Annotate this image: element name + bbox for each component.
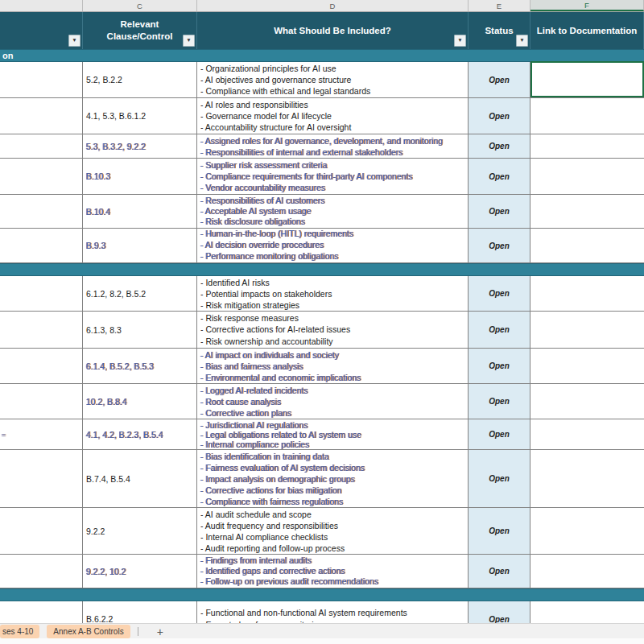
cell-item-name-clipped[interactable] — [0, 159, 83, 194]
filter-dropdown-icon[interactable]: ▼ — [183, 35, 195, 47]
cell-item-name-clipped[interactable] — [0, 508, 83, 554]
cell-what-included[interactable]: - Organizational principles for AI use- … — [197, 62, 469, 97]
cell-status[interactable]: Open — [469, 349, 530, 383]
cell-relevant-clause[interactable]: 9.2.2 — [83, 508, 197, 554]
cell-link-to-documentation[interactable] — [530, 134, 644, 158]
cell-relevant-clause[interactable]: 5.2, B.2.2 — [83, 62, 197, 97]
cell-item-name-clipped[interactable] — [0, 195, 83, 228]
status-open-value: Open — [489, 567, 510, 576]
cell-what-included[interactable]: - Risk response measures- Corrective act… — [197, 312, 469, 348]
table-row: B.10.3- Supplier risk assessment criteri… — [0, 159, 644, 195]
cell-what-included[interactable]: - AI impact on individuals and society- … — [197, 349, 469, 383]
cell-status[interactable]: Open — [469, 312, 530, 348]
cell-relevant-clause[interactable]: 6.1.4, B.5.2, B.5.3 — [83, 349, 197, 383]
cell-status[interactable]: Open — [469, 450, 530, 507]
included-item-line: - Identified gaps and corrective actions — [200, 566, 468, 576]
cell-link-to-documentation[interactable] — [530, 159, 644, 194]
filter-dropdown-icon[interactable]: ▼ — [68, 35, 80, 47]
cell-link-to-documentation[interactable] — [530, 384, 644, 419]
clause-text: 4.1, 4.2, B.2.3, B.5.4 — [86, 430, 163, 440]
cell-status[interactable]: Open — [469, 159, 530, 194]
bottom-strip — [0, 638, 644, 644]
cell-link-to-documentation[interactable] — [530, 555, 644, 588]
cell-what-included[interactable]: - Responsibilities of AI customers- Acce… — [197, 195, 469, 228]
cell-link-to-documentation[interactable] — [530, 229, 644, 262]
cell-relevant-clause[interactable]: 5.3, B.3.2, 9.2.2 — [83, 134, 197, 158]
cell-link-to-documentation[interactable] — [530, 508, 644, 554]
cell-status[interactable]: Open — [469, 276, 530, 311]
add-sheet-button[interactable]: + — [157, 626, 163, 638]
cell-relevant-clause[interactable]: 6.1.3, 8.3 — [83, 312, 197, 348]
cell-item-name-clipped[interactable] — [0, 555, 83, 588]
cell-what-included[interactable]: - AI roles and responsibilities- Governa… — [197, 98, 469, 134]
cell-item-name-clipped[interactable] — [0, 450, 83, 507]
header-link-documentation: Link to Documentation — [530, 12, 644, 49]
included-item-line: - Risk response measures — [200, 312, 468, 324]
sheet-tab-clauses[interactable]: ses 4-10 — [0, 625, 39, 638]
cell-link-to-documentation[interactable] — [530, 276, 644, 311]
column-letter-b-clipped[interactable] — [0, 0, 83, 11]
filter-dropdown-icon[interactable]: ▼ — [454, 35, 466, 47]
cell-status[interactable]: Open — [469, 508, 530, 554]
cell-status[interactable]: Open — [469, 195, 530, 228]
included-item-line: - Environmental and economic implication… — [200, 372, 468, 383]
included-item-line: - Responsibilities of AI customers — [200, 196, 468, 206]
clipped-label-fragment: = — [2, 431, 6, 439]
cell-item-name-clipped[interactable] — [0, 384, 83, 419]
column-letter-F[interactable]: F — [530, 0, 644, 11]
cell-item-name-clipped[interactable] — [0, 134, 83, 158]
cell-link-to-documentation[interactable] — [530, 98, 644, 134]
cell-item-name-clipped[interactable] — [0, 62, 83, 97]
cell-status[interactable]: Open — [469, 384, 530, 419]
clause-text: 4.1, 5.3, B.6.1.2 — [86, 111, 146, 121]
cell-item-name-clipped[interactable] — [0, 312, 83, 348]
column-letter-D[interactable]: D — [197, 0, 469, 11]
cell-what-included[interactable]: - Findings from internal audits- Identif… — [197, 555, 469, 588]
cell-relevant-clause[interactable]: 4.1, 4.2, B.2.3, B.5.4 — [83, 419, 197, 449]
cell-link-to-documentation[interactable] — [530, 312, 644, 348]
column-letter-C[interactable]: C — [83, 0, 197, 11]
filter-dropdown-icon[interactable]: ▼ — [516, 35, 528, 47]
cell-what-included[interactable]: - Jurisdictional AI regulations- Legal o… — [197, 419, 469, 449]
tab-divider — [138, 627, 138, 636]
sheet-tab-bar: ses 4-10 Annex A-B Controls + — [0, 623, 644, 639]
included-item-line: - Functional and non-functional AI syste… — [200, 607, 468, 619]
cell-item-name-clipped[interactable] — [0, 276, 83, 311]
cell-what-included[interactable]: - Logged AI-related incidents- Root caus… — [197, 384, 469, 419]
cell-relevant-clause[interactable]: B.9.3 — [83, 229, 197, 262]
cell-what-included[interactable]: - Bias identification in training data- … — [197, 450, 469, 507]
cell-link-to-documentation[interactable] — [530, 62, 644, 97]
cell-what-included[interactable]: - Assigned roles for AI governance, deve… — [197, 134, 469, 158]
cell-relevant-clause[interactable]: 9.2.2, 10.2 — [83, 555, 197, 588]
cell-status[interactable]: Open — [469, 98, 530, 134]
cell-status[interactable]: Open — [469, 555, 530, 588]
cell-link-to-documentation[interactable] — [530, 349, 644, 383]
cell-item-name-clipped[interactable] — [0, 98, 83, 134]
cell-status[interactable]: Open — [469, 62, 530, 97]
column-letter-E[interactable]: E — [469, 0, 530, 11]
cell-relevant-clause[interactable]: B.7.4, B.5.4 — [83, 450, 197, 507]
cell-item-name-clipped[interactable] — [0, 229, 83, 262]
cell-status[interactable]: Open — [469, 134, 530, 158]
cell-status[interactable]: Open — [469, 419, 530, 449]
cell-status[interactable]: Open — [469, 229, 530, 262]
cell-link-to-documentation[interactable] — [530, 419, 644, 449]
included-item-line: - AI roles and responsibilities — [200, 99, 468, 110]
cell-link-to-documentation[interactable] — [530, 195, 644, 228]
cell-what-included[interactable]: - Human-in-the-loop (HITL) requirements-… — [197, 229, 469, 262]
cell-relevant-clause[interactable]: 6.1.2, 8.2, B.5.2 — [83, 276, 197, 311]
cell-relevant-clause[interactable]: B.10.3 — [83, 159, 197, 194]
cell-what-included[interactable]: - Identified AI risks- Potential impacts… — [197, 276, 469, 311]
cell-link-to-documentation[interactable] — [530, 450, 644, 507]
cell-item-name-clipped[interactable]: = — [0, 419, 83, 449]
cell-relevant-clause[interactable]: B.10.4 — [83, 195, 197, 228]
cell-item-name-clipped[interactable] — [0, 349, 83, 383]
cell-relevant-clause[interactable]: 10.2, B.8.4 — [83, 384, 197, 419]
sheet-tab-annex-controls[interactable]: Annex A-B Controls — [47, 625, 130, 638]
included-item-line: - Jurisdictional AI regulations — [200, 420, 468, 430]
cell-relevant-clause[interactable]: 4.1, 5.3, B.6.1.2 — [83, 98, 197, 134]
cell-what-included[interactable]: - Supplier risk assessment criteria- Com… — [197, 159, 469, 194]
cell-what-included[interactable]: - AI audit schedule and scope- Audit fre… — [197, 508, 469, 554]
included-item-line: - Assigned roles for AI governance, deve… — [200, 135, 468, 147]
clause-text: B.7.4, B.5.4 — [86, 474, 130, 484]
